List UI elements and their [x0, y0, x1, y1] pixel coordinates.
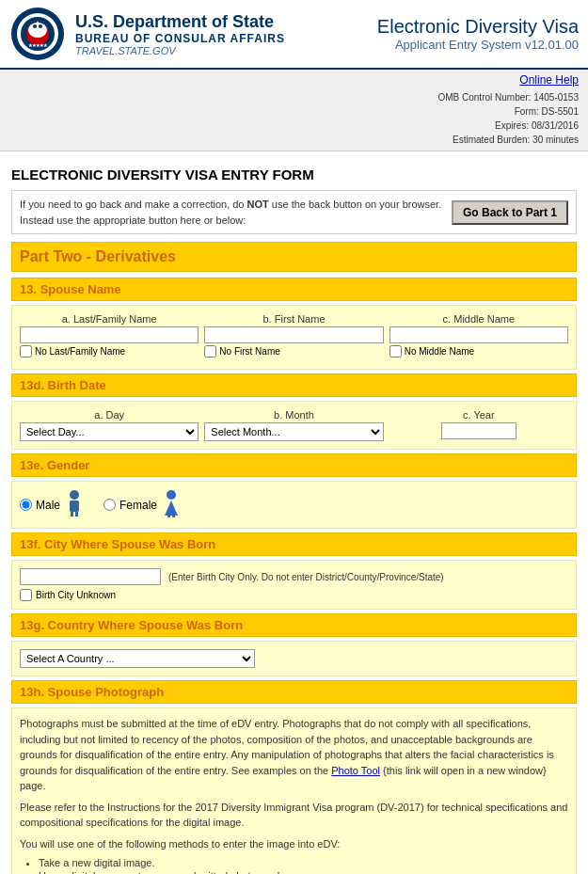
- city-field: (Enter Birth City Only. Do not enter Dis…: [20, 568, 568, 601]
- male-label: Male: [36, 499, 60, 512]
- svg-rect-16: [172, 514, 175, 517]
- go-back-button[interactable]: Go Back to Part 1: [452, 200, 568, 225]
- no-middle-checkbox[interactable]: [389, 345, 402, 358]
- section-13d-header: 13d. Birth Date: [11, 373, 577, 397]
- first-name-field: b. First Name No First Name: [204, 313, 383, 358]
- city-input-row: (Enter Birth City Only. Do not enter Dis…: [20, 568, 568, 585]
- department-seal: ★★★★★: [9, 6, 66, 62]
- warning-text: If you need to go back and make a correc…: [20, 197, 442, 228]
- svg-text:★★★★★: ★★★★★: [28, 42, 48, 48]
- section-13e-header: 13e. Gender: [11, 453, 577, 477]
- photo-method-2: Use a digital scanner to scan a submitte…: [39, 870, 568, 874]
- month-select[interactable]: Select Month... JanuaryFebruaryMarch Apr…: [204, 422, 383, 441]
- city-input[interactable]: [20, 568, 161, 585]
- online-help-link[interactable]: Online Help: [519, 73, 579, 87]
- dept-name: U.S. Department of State: [75, 12, 377, 32]
- header-text: U.S. Department of State BUREAU OF CONSU…: [75, 12, 377, 56]
- city-hint: (Enter Birth City Only. Do not enter Dis…: [168, 572, 444, 582]
- name-fields-row: a. Last/Family Name No Last/Family Name …: [20, 313, 568, 358]
- last-name-field: a. Last/Family Name No Last/Family Name: [20, 313, 199, 358]
- svg-rect-11: [71, 512, 73, 516]
- svg-point-7: [39, 24, 42, 28]
- birth-date-content: a. Day Select Day... for(let i=1;i<=31;i…: [11, 401, 577, 450]
- last-name-label: a. Last/Family Name: [20, 313, 199, 325]
- warning-box: If you need to go back and make a correc…: [11, 190, 577, 234]
- month-field: b. Month Select Month... JanuaryFebruary…: [204, 409, 383, 441]
- top-bar: Online Help OMB Control Number: 1405-015…: [0, 70, 588, 151]
- female-icon: [161, 489, 182, 520]
- first-name-input[interactable]: [204, 326, 383, 343]
- photo-content: Photographs must be submitted at the tim…: [11, 707, 577, 874]
- first-name-label: b. First Name: [204, 313, 383, 325]
- city-unknown-row: Birth City Unknown: [20, 589, 568, 601]
- birth-city-unknown-checkbox[interactable]: [20, 589, 32, 601]
- middle-name-field: c. Middle Name No Middle Name: [389, 313, 568, 358]
- male-icon: [64, 489, 85, 520]
- last-name-input[interactable]: [20, 326, 199, 343]
- gender-content: Male Female: [11, 481, 577, 529]
- city-content: (Enter Birth City Only. Do not enter Dis…: [11, 560, 577, 610]
- form-title: ELECTRONIC DIVERSITY VISA ENTRY FORM: [11, 167, 577, 183]
- bureau-name: BUREAU OF CONSULAR AFFAIRS: [75, 32, 377, 45]
- main-content: ELECTRONIC DIVERSITY VISA ENTRY FORM If …: [0, 151, 588, 874]
- photo-methods-list: Take a new digital image. Use a digital …: [39, 857, 568, 874]
- evisa-title: Electronic Diversity Visa: [377, 16, 579, 38]
- svg-rect-12: [75, 512, 78, 516]
- no-middle-label: No Middle Name: [405, 346, 474, 357]
- svg-point-9: [70, 490, 79, 500]
- male-radio[interactable]: [20, 499, 32, 511]
- day-select[interactable]: Select Day... for(let i=1;i<=31;i++) doc…: [20, 422, 199, 441]
- page-header: ★★★★★ U.S. Department of State BUREAU OF…: [0, 0, 588, 70]
- photo-para2: Please refer to the Instructions for the…: [20, 800, 568, 831]
- middle-name-input[interactable]: [389, 326, 568, 343]
- section-13h-header: 13h. Spouse Photograph: [11, 680, 577, 704]
- spouse-name-content: a. Last/Family Name No Last/Family Name …: [11, 305, 577, 370]
- no-first-label: No First Name: [219, 346, 279, 357]
- no-middle-row: No Middle Name: [389, 345, 568, 358]
- no-last-row: No Last/Family Name: [20, 345, 199, 358]
- year-field: c. Year: [389, 409, 568, 441]
- gender-row: Male Female: [20, 489, 568, 520]
- country-field: Select A Country ... Afghanistan Albania…: [20, 649, 568, 668]
- photo-tool-link[interactable]: Photo Tool: [331, 765, 380, 776]
- no-first-checkbox[interactable]: [204, 345, 216, 358]
- website-url: TRAVEL.STATE.GOV: [75, 45, 377, 56]
- day-field: a. Day Select Day... for(let i=1;i<=31;i…: [20, 409, 199, 441]
- day-label: a. Day: [20, 409, 199, 421]
- female-radio[interactable]: [103, 499, 116, 511]
- no-last-label: No Last/Family Name: [35, 346, 125, 357]
- svg-marker-14: [165, 501, 178, 516]
- omb-info: OMB Control Number: 1405-0153 Form: DS-5…: [437, 90, 579, 147]
- svg-rect-15: [167, 514, 170, 517]
- month-label: b. Month: [204, 409, 383, 421]
- section-13-header: 13. Spouse Name: [11, 278, 577, 301]
- photo-method-1: Take a new digital image.: [39, 857, 568, 868]
- female-option[interactable]: Female: [103, 489, 182, 520]
- male-option[interactable]: Male: [20, 489, 85, 520]
- country-select[interactable]: Select A Country ... Afghanistan Albania…: [20, 649, 255, 668]
- year-label: c. Year: [389, 409, 568, 421]
- part-two-header: Part Two - Derivatives: [11, 242, 577, 272]
- country-content: Select A Country ... Afghanistan Albania…: [11, 641, 577, 676]
- svg-point-13: [167, 490, 176, 500]
- no-first-row: No First Name: [204, 345, 383, 358]
- section-13f-header: 13f. City Where Spouse Was Born: [11, 532, 577, 556]
- svg-rect-10: [70, 501, 79, 512]
- no-last-checkbox[interactable]: [20, 345, 32, 358]
- photo-para1: Photographs must be submitted at the tim…: [20, 716, 568, 794]
- date-fields-row: a. Day Select Day... for(let i=1;i<=31;i…: [20, 409, 568, 441]
- middle-name-label: c. Middle Name: [389, 313, 568, 325]
- year-input[interactable]: [441, 422, 516, 439]
- birth-city-unknown-label: Birth City Unknown: [36, 590, 116, 600]
- section-13g-header: 13g. Country Where Spouse Was Born: [11, 613, 577, 637]
- svg-point-6: [33, 24, 37, 28]
- female-label: Female: [119, 499, 157, 512]
- photo-para3: You will use one of the following method…: [20, 836, 568, 852]
- system-version: Applicant Entry System v12.01.00: [377, 38, 579, 52]
- header-right: Electronic Diversity Visa Applicant Entr…: [377, 16, 579, 52]
